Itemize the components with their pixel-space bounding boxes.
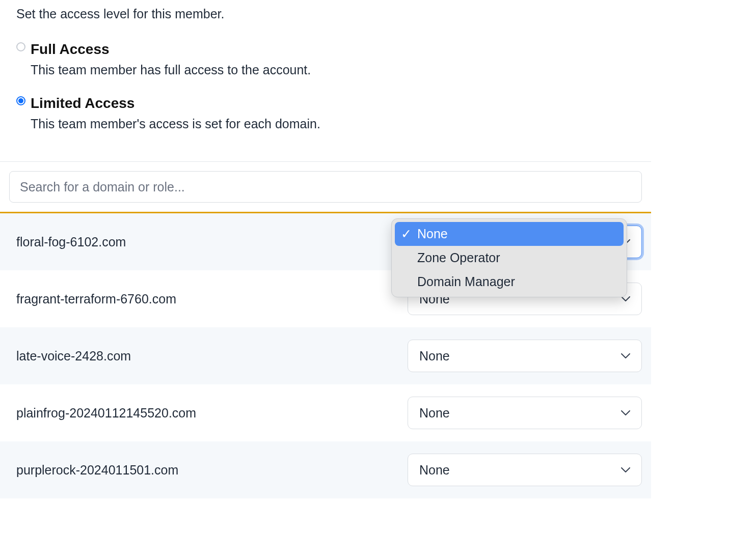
search-input[interactable]: [9, 171, 642, 203]
domain-name: floral-fog-6102.com: [16, 233, 126, 251]
role-dropdown-option-domain-manager[interactable]: Domain Manager: [395, 270, 624, 294]
role-dropdown-menu[interactable]: ✓ None Zone Operator Domain Manager: [391, 218, 627, 297]
domain-name: fragrant-terraform-6760.com: [16, 290, 176, 308]
domain-row: plainfrog-20240112145520.com None: [0, 384, 651, 441]
domain-name: plainfrog-20240112145520.com: [16, 404, 196, 422]
access-option-desc: This team member's access is set for eac…: [31, 115, 320, 133]
chevron-down-icon: [621, 467, 630, 473]
domain-name: purplerock-2024011501.com: [16, 461, 178, 479]
access-intro: Set the access level for this member.: [16, 5, 635, 23]
access-option-title: Full Access: [31, 39, 311, 59]
radio-icon[interactable]: [16, 42, 25, 51]
role-select-value: None: [419, 347, 450, 365]
radio-icon[interactable]: [16, 96, 25, 105]
role-select-value: None: [419, 404, 450, 422]
role-dropdown-option-zone-operator[interactable]: Zone Operator: [395, 246, 624, 270]
domain-row: late-voice-2428.com None: [0, 327, 651, 384]
role-dropdown-option-none[interactable]: ✓ None: [395, 222, 624, 246]
role-select[interactable]: None: [408, 454, 642, 486]
role-select[interactable]: None: [408, 397, 642, 429]
chevron-down-icon: [621, 410, 630, 416]
access-option-title: Limited Access: [31, 93, 320, 113]
domain-name: late-voice-2428.com: [16, 347, 131, 365]
domain-row: purplerock-2024011501.com None: [0, 441, 651, 498]
check-icon: ✓: [400, 225, 412, 243]
access-option-desc: This team member has full access to the …: [31, 61, 311, 79]
role-select-value: None: [419, 461, 450, 479]
role-select[interactable]: None: [408, 340, 642, 372]
access-option-full[interactable]: Full Access This team member has full ac…: [16, 39, 635, 79]
access-option-limited[interactable]: Limited Access This team member's access…: [16, 93, 635, 133]
chevron-down-icon: [621, 353, 630, 359]
